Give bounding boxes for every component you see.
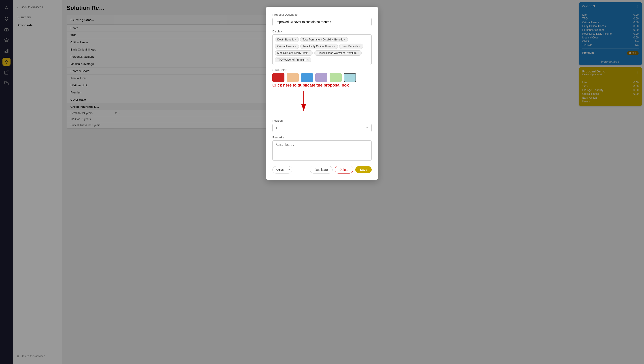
annotation-arrow-svg	[272, 88, 322, 115]
tag-death-benefit: Death Benefit ×	[275, 37, 299, 42]
tag-ciwp: Critical Illness Waiver of Premium ×	[314, 50, 322, 56]
color-row	[272, 73, 322, 82]
modal-footer: Active Inactive Duplicate Delete Save	[272, 166, 322, 174]
tags-container: Death Benefit × Total Permanent Disabili…	[272, 34, 322, 65]
color-swatch-blue[interactable]	[301, 73, 313, 82]
color-swatch-peach[interactable]	[287, 73, 299, 82]
color-swatch-purple[interactable]	[315, 73, 322, 82]
tag-death-benefit-remove[interactable]: ×	[294, 38, 296, 41]
modal-buttons: Duplicate Delete Save	[310, 166, 322, 174]
status-select[interactable]: Active Inactive	[272, 166, 292, 174]
tag-medical-card-remove[interactable]: ×	[308, 52, 310, 54]
color-swatch-red[interactable]	[272, 73, 284, 82]
proposal-description-label: Proposal Description	[272, 13, 322, 16]
tag-total-early-ci: Total/Early Critical Illness ×	[300, 44, 322, 49]
card-color-label: Card Color	[272, 68, 322, 72]
display-label: Display	[272, 30, 322, 33]
modal-overlay: Proposal Description Display Death Benef…	[0, 0, 322, 182]
annotation-text: Click here to duplicate the proposal box	[272, 83, 322, 88]
tag-critical-illness-remove[interactable]: ×	[295, 45, 296, 48]
position-select[interactable]: 1	[272, 124, 322, 132]
modal: Proposal Description Display Death Benef…	[266, 7, 322, 180]
tag-tpdwp: TPD Waiver of Premium ×	[275, 57, 311, 62]
annotation-area: Click here to duplicate the proposal box	[272, 83, 322, 115]
remarks-label: Remarks	[272, 136, 322, 139]
duplicate-button[interactable]: Duplicate	[310, 166, 322, 174]
tag-critical-illness: Critical Illness ×	[275, 44, 299, 49]
position-label: Position	[272, 119, 322, 122]
tag-medical-card: Medical Card Yearly Limit ×	[275, 50, 313, 56]
tag-tpd-benefit: Total Permanent Disability Benefit ×	[300, 37, 322, 42]
tag-tpdwp-remove[interactable]: ×	[307, 58, 309, 61]
remarks-textarea[interactable]	[272, 140, 322, 160]
proposal-description-input[interactable]	[272, 18, 322, 26]
